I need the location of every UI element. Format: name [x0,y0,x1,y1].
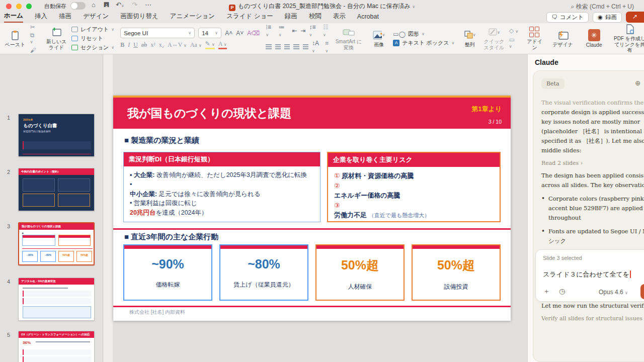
save-icon[interactable]: 🖪 [103,1,110,9]
page-number[interactable]: 3 / 10 [489,119,502,125]
claude-composer[interactable]: Slide 3 selected スライド３に合わせて全てを ＋ ◷ Opus … [535,249,644,302]
shape-fill-icon[interactable]: ◇ ∨ [509,28,519,35]
underline-icon[interactable]: U [133,41,138,49]
textbox-menu[interactable]: Aテキスト ボックス ∨ [393,39,454,47]
arrange-button[interactable]: ∨ 整列 [460,30,479,48]
tab-draw[interactable]: 描画 [59,12,71,22]
redo-icon[interactable]: ↷ [132,1,137,9]
chapter-tag[interactable]: 第1章より [471,105,502,114]
picture-button[interactable]: ∨ 画像 [368,30,390,48]
shapes-menu[interactable]: ▭◯図形 ∨ [393,30,454,38]
stat-card-wage[interactable]: ~80% 賃上げ（従業員還元） [219,244,308,301]
message-input[interactable]: スライド３に合わせて全てを [543,270,631,279]
paste-button[interactable]: ペースト [3,30,27,48]
font-name-select[interactable]: Segoe UI∨ [120,28,195,38]
slide-3-editor[interactable]: 我が国ものづくりの現状と課題 第1章より 3 / 10 ■ 製造業の業況と業績 … [113,96,511,321]
tab-transitions[interactable]: 画面切り替え [120,12,158,22]
history-icon[interactable]: ◷ [559,287,565,295]
search-field[interactable]: ⌕ 検索 (Cmd + Ctrl + U) [571,3,634,11]
tab-slideshow[interactable]: スライド ショー [226,12,273,22]
align-center-icon[interactable] [275,44,281,49]
document-title[interactable]: Pものづくり白書 2025_製造部門勉強会 - 自分の Mac に保存済み ∨ [229,2,415,11]
share-button[interactable]: ↗ [626,12,644,23]
di-box[interactable]: 業況判断DI（日本銀行短観） • 大企業: 改善傾向が継続、ただし2025年3月… [123,152,320,222]
change-case-icon[interactable]: Aa ∨ [190,41,202,49]
slide-thumbnail-2[interactable]: 今回の白書のポイント（要約） [18,168,95,211]
justify-icon[interactable] [293,44,299,49]
undo-icon[interactable]: ↶∨ [116,1,124,9]
section-menu[interactable]: セクション ∨ [71,44,114,51]
slide-thumbnail-1[interactable]: 2025年度 ものづくり白書 製造部門向け勉強会資料 [18,114,95,157]
superscript-icon[interactable]: x² [150,41,155,49]
slide-title[interactable]: 我が国ものづくりの現状と課題 [127,106,291,121]
italic-icon[interactable]: I [128,41,130,49]
subscript-icon[interactable]: x₂ [159,41,164,49]
decrease-font-icon[interactable]: A˅ [236,30,244,37]
clear-format-icon[interactable]: A⌫ [247,30,260,37]
section-heading-1[interactable]: ■ 製造業の業況と業績 [124,136,199,145]
font-color-icon[interactable]: A ∨ [218,40,227,49]
tab-animations[interactable]: アニメーション [170,12,215,22]
numbering-icon[interactable]: ≔ ∨ [279,24,289,38]
record-button[interactable]: ◉録画 [593,12,622,23]
tab-acrobat[interactable]: Acrobat [357,13,379,22]
decrease-indent-icon[interactable]: ⇤ [292,27,297,34]
shape-outline-icon[interactable]: ▭ ∨ [509,37,519,50]
increase-indent-icon[interactable]: ⇥ [300,27,305,34]
slide-thumbnail-3-selected[interactable]: 我が国ものづくりの現状と課題 ■ ~90% ~80% 50%超 50%超 [18,222,95,265]
addins-button[interactable]: アドイン [525,27,545,50]
cut-icon[interactable]: ✂ [30,24,38,30]
zoom-window-button[interactable] [26,4,32,9]
font-size-select[interactable]: 14∨ [198,28,221,38]
read-slides-link[interactable]: Read 2 slides › [541,160,644,166]
line-spacing-icon[interactable]: ↕≡ ∨ [309,24,319,38]
verify-slides-link[interactable]: Verify all slides for structural issues … [541,315,644,322]
new-chat-icon[interactable]: ⊕ [635,79,641,87]
model-selector[interactable]: Opus 4.6 ∨ [599,289,628,296]
new-slide-button[interactable]: 新しいスライド [44,27,68,50]
section-heading-2[interactable]: ■ 直近3年間の主な企業行動 [124,232,218,242]
bullets-icon[interactable]: ⁝≡ ∨ [266,24,275,38]
increase-font-icon[interactable]: A˄ [225,30,232,37]
close-window-button[interactable] [6,4,12,9]
quick-styles-button[interactable]: ∨ クイック スタイル [482,27,506,50]
comments-button[interactable]: 🗨コメント [546,12,589,23]
slide-title-band[interactable]: 我が国ものづくりの現状と課題 第1章より 3 / 10 [113,96,511,129]
layout-menu[interactable]: レイアウト ∨ [71,26,114,33]
align-text-icon[interactable]: ⌗ ∨ [326,40,333,54]
format-painter-icon[interactable]: 🖌 [30,47,38,53]
tab-view[interactable]: 表示 [333,12,346,22]
slide-thumbnail-5[interactable]: GX（グリーン・トランスフォーメーション）への対応 36% [18,331,95,362]
autosave-toggle[interactable] [70,2,86,10]
align-left-icon[interactable] [266,44,271,49]
designer-button[interactable]: デザイナ [551,30,575,48]
distribute-icon[interactable] [303,44,308,49]
minimize-window-button[interactable] [16,4,22,9]
align-right-icon[interactable] [284,44,290,49]
character-spacing-icon[interactable]: A⇔V ∨ [168,41,187,49]
columns-icon[interactable]: ☷ ∨ [323,24,332,38]
text-direction-icon[interactable]: ↕A ∨ [312,40,322,54]
tab-home[interactable]: ホーム [4,12,23,23]
more-toolbar-icon[interactable]: ⋯ [145,1,151,9]
stat-card-capex[interactable]: 50%超 設備投資 [412,244,501,301]
tab-review[interactable]: 校閲 [309,12,321,22]
slide-footer[interactable]: 株式会社 [社名] 内部資料 [129,309,185,316]
attach-plus-icon[interactable]: ＋ [543,287,550,296]
tab-design[interactable]: デザイン [83,12,109,22]
home-icon[interactable]: ⌂ [92,1,96,9]
strikethrough-icon[interactable]: ab [141,41,147,49]
tab-insert[interactable]: 挿入 [35,12,47,22]
claude-button[interactable]: ✳ Claude [581,29,607,48]
risks-box[interactable]: 企業を取り巻く主要リスク ① 原材料・資源価格の高騰 ② エネルギー価格の高騰 … [327,152,501,222]
copy-icon[interactable]: ⧉ ∨ [30,32,38,45]
slide-thumbnail-4[interactable]: デジタル化・DXの進展状況 [18,278,95,321]
smartart-convert-button[interactable]: SmartArt に変換 [336,27,362,50]
tab-record[interactable]: 録画 [285,12,297,22]
highlight-color-icon[interactable]: ✎ ∨ [205,40,215,49]
pdf-share-button[interactable]: PDF を作成してリンクを共有 [613,24,644,53]
send-button[interactable] [640,284,644,299]
reset-button[interactable]: リセット [71,35,114,42]
bold-icon[interactable]: B [120,41,124,49]
stat-card-talent[interactable]: 50%超 人材確保 [315,244,405,301]
